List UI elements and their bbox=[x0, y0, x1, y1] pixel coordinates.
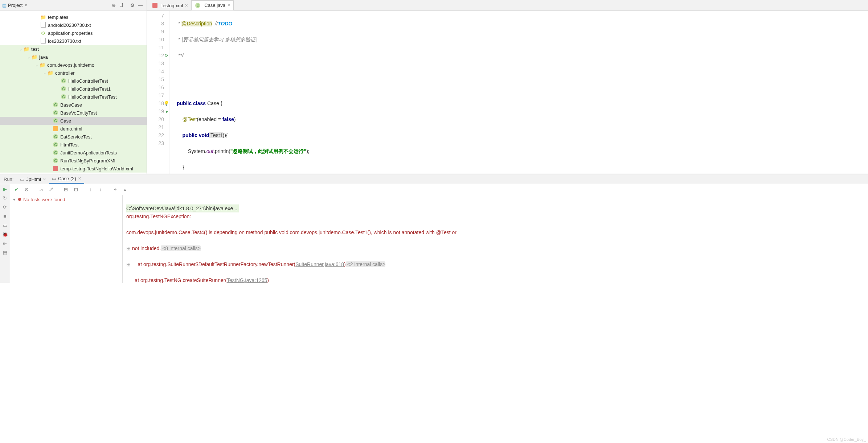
rerun-failed-icon[interactable]: ↻ bbox=[3, 195, 7, 201]
tree-item[interactable]: CHtmlTest bbox=[0, 141, 147, 149]
next-icon[interactable]: ↓ bbox=[97, 186, 105, 194]
fold-icon[interactable]: ⊞ bbox=[126, 261, 132, 267]
toggle-auto-icon[interactable]: ⟳ bbox=[3, 204, 7, 210]
export-icon[interactable]: ⌖ bbox=[111, 186, 119, 194]
line-number[interactable]: 16 bbox=[147, 83, 164, 91]
tree-item[interactable]: CBaseVoEntityTest bbox=[0, 109, 147, 117]
line-number[interactable]: 7 bbox=[147, 12, 164, 20]
hide-icon[interactable]: — bbox=[136, 1, 144, 9]
tree-item[interactable]: CHelloControllerTest1 bbox=[0, 85, 147, 93]
tree-label: java bbox=[39, 54, 48, 60]
close-icon[interactable]: ✕ bbox=[43, 177, 46, 182]
test-tree[interactable]: ▼ No tests were found bbox=[10, 195, 123, 283]
locate-icon[interactable]: ⊕ bbox=[110, 1, 118, 9]
close-icon[interactable]: ✕ bbox=[185, 3, 188, 8]
tree-item[interactable]: temp-testng-TestNgHelloWorld.xml bbox=[0, 165, 147, 173]
editor-tab[interactable]: CCase.java✕ bbox=[191, 0, 234, 11]
tree-label: android20230730.txt bbox=[48, 22, 91, 28]
chevron-down-icon[interactable]: ⌄ bbox=[42, 71, 47, 75]
tree-label: RunTestNgByProgramXMl bbox=[60, 158, 115, 163]
bug-icon[interactable]: 🐞 bbox=[2, 232, 8, 237]
code-editor[interactable]: 7891011121314151617181920212223 * @Descr… bbox=[147, 11, 868, 174]
tree-label: EatServiceTest bbox=[60, 134, 92, 140]
dump-icon[interactable]: ▭ bbox=[3, 223, 7, 228]
line-number[interactable]: 12 bbox=[147, 51, 164, 59]
line-number[interactable]: 20 bbox=[147, 115, 164, 123]
stop-icon[interactable]: ■ bbox=[4, 214, 7, 219]
stack-link[interactable]: TestNG.java:1265 bbox=[227, 277, 267, 283]
chevron-down-icon[interactable]: ▼ bbox=[12, 198, 16, 202]
run-tab[interactable]: ▭JpHtml✕ bbox=[17, 174, 49, 184]
tree-item[interactable]: CJunitDemoApplicationTests bbox=[0, 149, 147, 157]
more-icon[interactable]: » bbox=[121, 186, 129, 194]
tree-item[interactable]: CRunTestNgByProgramXMl bbox=[0, 157, 147, 165]
line-number[interactable]: 17 bbox=[147, 91, 164, 99]
code-content[interactable]: * @Description //TODO * |要带着问题去学习,多猜想多验证… bbox=[169, 11, 337, 174]
tree-label: demo.html bbox=[60, 126, 82, 132]
project-tree[interactable]: 📁templatesandroid20230730.txtapplication… bbox=[0, 11, 147, 174]
line-number[interactable]: 15 bbox=[147, 75, 164, 83]
sort-alpha-icon[interactable]: ↓ᴬ bbox=[47, 186, 55, 194]
expand-icon[interactable]: ⊟ bbox=[62, 186, 70, 194]
tree-item[interactable]: ios20230730.txt bbox=[0, 37, 147, 45]
show-passed-icon[interactable]: ✔ bbox=[12, 186, 20, 194]
line-number[interactable]: 11 bbox=[147, 44, 164, 51]
sort-icon[interactable]: ↓₉ bbox=[37, 186, 45, 194]
tree-label: HtmlTest bbox=[60, 142, 79, 148]
run-icon[interactable]: ▶ bbox=[3, 186, 7, 192]
close-icon[interactable]: ✕ bbox=[78, 176, 81, 181]
tree-item[interactable]: ⌄📁controller bbox=[0, 69, 147, 77]
show-ignored-icon[interactable]: ⊘ bbox=[22, 186, 30, 194]
chevron-down-icon[interactable]: ⌄ bbox=[18, 47, 23, 51]
exit-icon[interactable]: ⇤ bbox=[3, 241, 7, 246]
tree-item[interactable]: CBaseCase bbox=[0, 101, 147, 109]
tree-item[interactable]: ⌄📁com.devops.junitdemo bbox=[0, 61, 147, 69]
layout-icon[interactable]: ▤ bbox=[3, 250, 7, 255]
run-tab-label: JpHtml bbox=[26, 177, 41, 182]
tree-item[interactable]: ⌄📁java bbox=[0, 53, 147, 61]
collapse-icon[interactable]: ⇵ bbox=[118, 1, 126, 9]
tree-label: HelloControllerTest1 bbox=[68, 86, 111, 92]
tree-item[interactable]: 📁templates bbox=[0, 13, 147, 21]
line-number[interactable]: 9 bbox=[147, 28, 164, 36]
settings-icon[interactable]: ⚙ bbox=[128, 1, 136, 9]
line-number[interactable]: 21 bbox=[147, 123, 164, 131]
chevron-down-icon[interactable]: ⌄ bbox=[34, 63, 39, 67]
tree-label: JunitDemoApplicationTests bbox=[60, 150, 117, 156]
line-number[interactable]: 8 bbox=[147, 20, 164, 28]
editor-tabs: testng.xml✕CCase.java✕ bbox=[147, 0, 868, 11]
chevron-down-icon[interactable]: ⌄ bbox=[26, 55, 31, 59]
run-tabs-bar: Run: ▭JpHtml✕▭Case (2)✕ bbox=[0, 174, 868, 184]
editor-tab[interactable]: testng.xml✕ bbox=[148, 0, 191, 11]
line-number[interactable]: 19 bbox=[147, 107, 164, 115]
line-number[interactable]: 14 bbox=[147, 67, 164, 75]
line-number[interactable]: 22 bbox=[147, 131, 164, 139]
tree-item[interactable]: CCase bbox=[0, 117, 147, 125]
tree-item[interactable]: CHelloControllerTestTest bbox=[0, 93, 147, 101]
tree-label: controller bbox=[55, 70, 74, 76]
tree-item[interactable]: application.properties bbox=[0, 29, 147, 37]
tree-label: BaseVoEntityTest bbox=[60, 110, 97, 116]
tree-item[interactable]: android20230730.txt bbox=[0, 21, 147, 29]
line-number[interactable]: 10 bbox=[147, 36, 164, 44]
project-panel: ▤ Project ▼ ⊕ ⇵ ⚙ — 📁templatesandroid202… bbox=[0, 0, 147, 174]
stack-link[interactable]: SuiteRunner.java:618 bbox=[295, 261, 344, 267]
close-icon[interactable]: ✕ bbox=[227, 3, 230, 8]
tree-label: Case bbox=[60, 118, 71, 124]
console-output[interactable]: C:\SoftwareDev\Java\jdk1.8.0_271\bin\jav… bbox=[123, 195, 868, 283]
error-dot-icon bbox=[18, 198, 21, 201]
fold-icon[interactable]: ⊞ bbox=[126, 245, 132, 251]
project-dropdown-icon[interactable]: ▼ bbox=[24, 3, 28, 7]
project-header: ▤ Project ▼ ⊕ ⇵ ⚙ — bbox=[0, 0, 147, 11]
tree-item[interactable]: CHelloControllerTest bbox=[0, 77, 147, 85]
line-number[interactable]: 13 bbox=[147, 59, 164, 67]
collapse-all-icon[interactable]: ⊡ bbox=[72, 186, 80, 194]
line-number[interactable]: 23 bbox=[147, 139, 164, 147]
tree-item[interactable]: CEatServiceTest bbox=[0, 133, 147, 141]
tree-item[interactable]: demo.html bbox=[0, 125, 147, 133]
tree-item[interactable]: ⌄📁test bbox=[0, 45, 147, 53]
prev-icon[interactable]: ↑ bbox=[86, 186, 94, 194]
line-number[interactable]: 18 bbox=[147, 99, 164, 107]
run-tab[interactable]: ▭Case (2)✕ bbox=[49, 174, 84, 184]
tree-label: test bbox=[31, 46, 39, 52]
